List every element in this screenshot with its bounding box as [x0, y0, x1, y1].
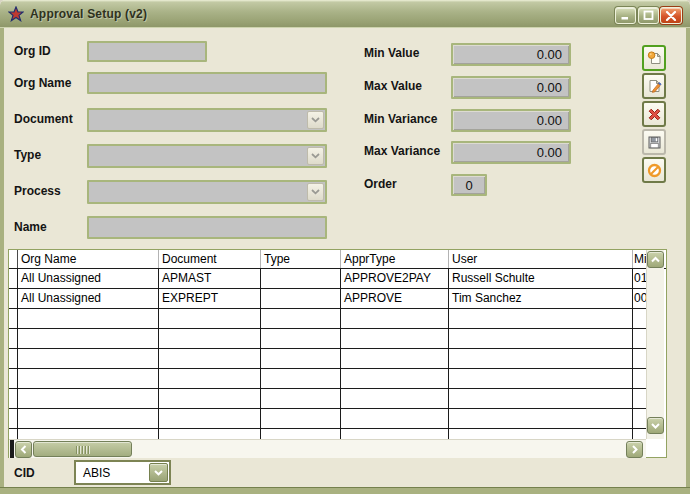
cancel-icon [646, 162, 663, 179]
cid-value: ABIS [83, 466, 110, 480]
document-dropdown[interactable] [87, 108, 327, 132]
close-button[interactable] [660, 7, 682, 24]
org-name-label: Org Name [14, 76, 71, 90]
process-dropdown[interactable] [87, 180, 327, 204]
maximize-icon [643, 10, 654, 21]
table-row-empty[interactable] [9, 349, 646, 369]
table-row[interactable]: All Unassigned APMAST APPROVE2PAY Russel… [9, 269, 646, 289]
max-variance-label: Max Variance [364, 144, 440, 158]
table-row-empty[interactable] [9, 429, 646, 439]
document-label: Document [14, 112, 73, 126]
new-record-icon [646, 50, 663, 67]
table-row-empty[interactable] [9, 409, 646, 429]
selector-column-header [9, 250, 18, 268]
scroll-up-button[interactable] [647, 251, 664, 268]
cancel-button[interactable] [642, 157, 666, 183]
title-bar[interactable]: Approval Setup (v2) [0, 0, 690, 28]
max-value-field[interactable]: 0.00 [451, 76, 571, 99]
column-header-document[interactable]: Document [159, 250, 261, 268]
chevron-up-icon [650, 256, 661, 264]
org-id-label: Org ID [14, 44, 51, 58]
column-header-min[interactable]: Mi [633, 250, 646, 268]
name-label: Name [14, 220, 47, 234]
table-row-empty[interactable] [9, 369, 646, 389]
approvals-table: Org Name Document Type ApprType User Mi … [8, 249, 667, 458]
delete-button[interactable] [642, 101, 666, 127]
cid-dropdown[interactable]: ABIS [74, 460, 171, 485]
edit-button[interactable] [642, 73, 666, 99]
chevron-down-icon [307, 147, 324, 165]
minimize-button[interactable] [615, 7, 636, 24]
table-row[interactable]: All Unassigned EXPREPT APPROVE Tim Sanch… [9, 289, 646, 309]
delete-icon [646, 106, 663, 123]
horizontal-scroll-thumb[interactable] [33, 441, 132, 457]
process-label: Process [14, 184, 61, 198]
org-id-field[interactable] [87, 41, 207, 62]
scroll-down-button[interactable] [647, 417, 664, 434]
horizontal-scrollbar[interactable] [9, 439, 646, 458]
minimize-icon [620, 10, 631, 21]
max-variance-field[interactable]: 0.00 [451, 141, 571, 164]
table-header-row: Org Name Document Type ApprType User Mi [9, 250, 666, 269]
save-icon [646, 134, 663, 151]
scroll-right-button[interactable] [626, 441, 643, 458]
table-row-empty[interactable] [9, 329, 646, 349]
scrollbar-edge-mark [10, 440, 14, 458]
chevron-down-icon [307, 111, 324, 129]
column-header-user[interactable]: User [449, 250, 633, 268]
app-star-icon [8, 6, 24, 22]
min-value-field[interactable]: 0.00 [451, 43, 571, 66]
vertical-scrollbar[interactable] [646, 250, 664, 439]
cid-label: CID [14, 466, 35, 480]
column-header-apprtype[interactable]: ApprType [341, 250, 449, 268]
close-icon [665, 11, 677, 21]
table-body: All Unassigned APMAST APPROVE2PAY Russel… [9, 269, 646, 439]
chevron-left-icon [20, 444, 28, 455]
column-header-type[interactable]: Type [261, 250, 341, 268]
min-value-label: Min Value [364, 46, 419, 60]
min-variance-field[interactable]: 0.00 [451, 109, 571, 132]
chevron-right-icon [631, 444, 639, 455]
window-border-left [0, 28, 4, 487]
order-field[interactable]: 0 [451, 174, 487, 196]
new-record-button[interactable] [642, 45, 666, 71]
chevron-down-icon[interactable] [149, 463, 168, 482]
max-value-label: Max Value [364, 79, 422, 93]
column-header-org-name[interactable]: Org Name [18, 250, 159, 268]
thumb-grip [76, 446, 90, 454]
type-label: Type [14, 148, 41, 162]
window-border-bottom [0, 487, 690, 494]
save-button[interactable] [642, 129, 666, 155]
name-field[interactable] [87, 216, 327, 239]
window-border-right [686, 28, 690, 487]
min-variance-label: Min Variance [364, 112, 437, 126]
window-title: Approval Setup (v2) [30, 7, 147, 21]
approval-setup-window: Approval Setup (v2) Org ID Org Name Docu… [0, 0, 690, 494]
chevron-down-icon [650, 422, 661, 430]
org-name-field[interactable] [87, 72, 327, 94]
type-dropdown[interactable] [87, 144, 327, 168]
table-row-empty[interactable] [9, 389, 646, 409]
maximize-button[interactable] [638, 7, 659, 24]
table-row-empty[interactable] [9, 309, 646, 329]
order-label: Order [364, 177, 397, 191]
edit-icon [646, 78, 663, 95]
scroll-left-button[interactable] [15, 441, 32, 458]
chevron-down-icon [307, 183, 324, 201]
